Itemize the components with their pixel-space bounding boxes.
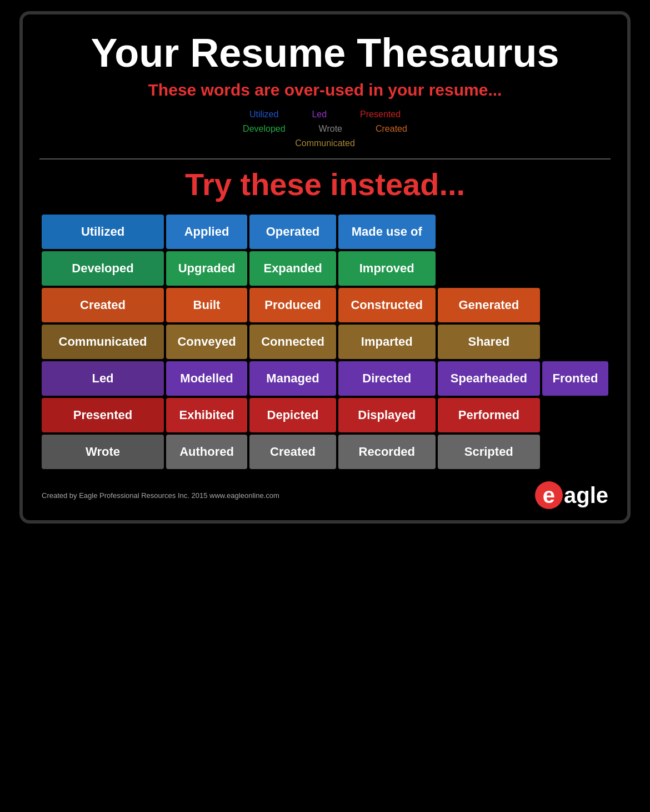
row-cell: Created [249, 435, 336, 469]
table-row: Created Built Produced Constructed Gener… [42, 288, 608, 322]
row-cell: Operated [249, 215, 336, 249]
row-cell: Managed [249, 361, 336, 396]
row-header-presented: Presented [42, 398, 164, 432]
table-row: Wrote Authored Created Recorded Scripted [42, 435, 608, 469]
row-cell: Displayed [338, 398, 436, 432]
row-cell: Improved [338, 251, 436, 286]
row-header-developed: Developed [42, 251, 164, 286]
row-cell: Connected [249, 325, 336, 359]
divider [39, 158, 611, 160]
row-cell: Spearheaded [438, 361, 541, 396]
word-utilized-2: Utilized [249, 109, 278, 119]
footer: Created by Eagle Professional Resources … [39, 481, 611, 509]
row-header-created: Created [42, 288, 164, 322]
table-row: Presented Exhibited Depicted Displayed P… [42, 398, 608, 432]
table-row: Communicated Conveyed Connected Imparted… [42, 325, 608, 359]
overused-words-grid: Utilized Led Presented Developed Wrote C… [39, 109, 611, 148]
word-communicated-2: Communicated [295, 138, 355, 148]
row-cell: Built [166, 288, 247, 322]
subtitle: These words are over-used in your resume… [39, 81, 611, 99]
row-cell: Depicted [249, 398, 336, 432]
word-wrote-2: Wrote [319, 124, 342, 134]
table-row: Led Modelled Managed Directed Spearheade… [42, 361, 608, 396]
eagle-logo: e agle [535, 481, 608, 509]
word-created-2: Created [376, 124, 407, 134]
try-instead-heading: Try these instead... [39, 166, 611, 202]
row-cell: Expanded [249, 251, 336, 286]
row-cell: Authored [166, 435, 247, 469]
row-header-wrote: Wrote [42, 435, 164, 469]
row-cell: Scripted [438, 435, 541, 469]
eagle-e-icon: e [535, 481, 563, 509]
row-cell: Constructed [338, 288, 436, 322]
row-cell: Conveyed [166, 325, 247, 359]
table-row: Utilized Applied Operated Made use of [42, 215, 608, 249]
row-cell: Shared [438, 325, 541, 359]
word-led-2: Led [312, 109, 327, 119]
row-cell: Generated [438, 288, 541, 322]
row-header-utilized: Utilized [42, 215, 164, 249]
main-title: Your Resume Thesaurus [39, 31, 611, 75]
main-container: Your Resume Thesaurus These words are ov… [19, 11, 631, 524]
row-header-communicated: Communicated [42, 325, 164, 359]
row-cell: Fronted [542, 361, 608, 396]
word-presented-2: Presented [360, 109, 401, 119]
thesaurus-table: Utilized Applied Operated Made use of De… [39, 212, 611, 471]
row-cell: Imparted [338, 325, 436, 359]
row-header-led: Led [42, 361, 164, 396]
row-cell: Modelled [166, 361, 247, 396]
row-cell: Produced [249, 288, 336, 322]
row-cell: Recorded [338, 435, 436, 469]
word-developed-2: Developed [243, 124, 286, 134]
row-cell: Directed [338, 361, 436, 396]
eagle-logo-text: agle [564, 483, 608, 508]
row-cell: Applied [166, 215, 247, 249]
row-cell: Upgraded [166, 251, 247, 286]
row-cell: Made use of [338, 215, 436, 249]
footer-credit: Created by Eagle Professional Resources … [42, 491, 279, 500]
row-cell: Exhibited [166, 398, 247, 432]
table-row: Developed Upgraded Expanded Improved [42, 251, 608, 286]
row-cell: Performed [438, 398, 541, 432]
